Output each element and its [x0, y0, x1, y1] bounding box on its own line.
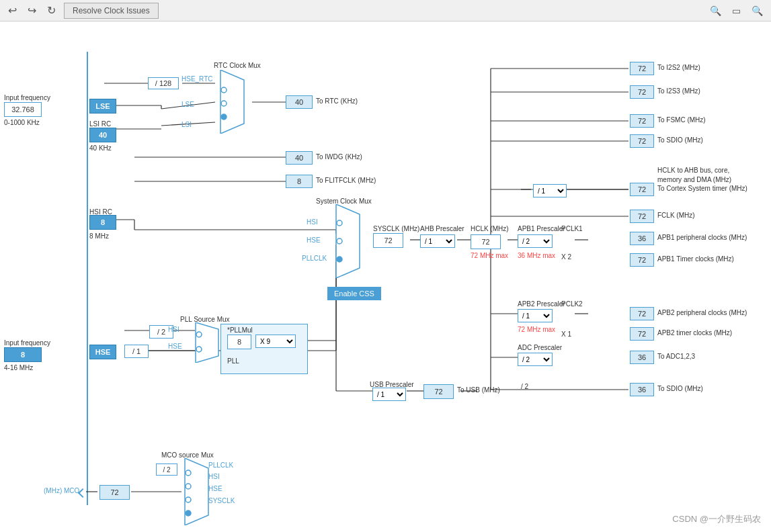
input-freq-top-label: Input frequency	[4, 94, 50, 101]
connector-lines	[0, 21, 771, 532]
input-freq-bot-range: 4-16 MHz	[4, 364, 33, 371]
to-rtc-box: 40	[286, 95, 313, 109]
div2-sdio-label: / 2	[521, 383, 528, 390]
to-sdio-box: 72	[630, 134, 654, 148]
mco-value-box: 72	[99, 485, 130, 500]
resolve-clock-issues-button[interactable]: Resolve Clock Issues	[64, 3, 159, 19]
ahb-prescaler-label: AHB Prescaler	[420, 225, 464, 232]
watermark: CSDN @一介野生码农	[672, 513, 761, 525]
usb-label: To USB (MHz)	[457, 386, 500, 394]
svg-marker-55	[196, 322, 218, 363]
pclk2-label: PCLK2	[561, 300, 583, 308]
apb2-prescaler-label: APB2 Prescaler	[518, 300, 565, 308]
svg-point-54	[337, 257, 342, 262]
apb1-periph-box: 36	[630, 232, 654, 245]
usb-prescaler-select[interactable]: / 1	[372, 388, 406, 401]
undo-button[interactable]: ↩	[5, 1, 19, 19]
sdio-bot-label: To SDIO (MHz)	[657, 385, 703, 392]
hsi-mco-label: HSI	[208, 473, 220, 480]
zoom-out-button[interactable]: 🔍	[749, 3, 766, 19]
apb1-timer-label: APB1 Timer clocks (MHz)	[657, 255, 734, 263]
input-freq-bot-box[interactable]: 8	[4, 347, 42, 362]
ahb-prescaler-select[interactable]: / 1	[420, 234, 455, 248]
pll-label: PLL	[227, 357, 239, 365]
fit-button[interactable]: ▭	[729, 3, 743, 19]
refresh-button[interactable]: ↻	[44, 1, 58, 19]
sysclk-mco-label: SYSCLK	[208, 497, 235, 504]
adc-prescaler-label: ADC Prescaler	[518, 344, 562, 351]
apb1-timer-box: 72	[630, 253, 654, 267]
apb1-max-label: 36 MHz max	[518, 252, 555, 259]
apb1-prescaler-select[interactable]: / 2	[518, 234, 553, 248]
lse-box[interactable]: LSE	[89, 99, 116, 114]
svg-point-52	[337, 220, 342, 226]
lse-mux-label: LSE	[181, 101, 194, 108]
pll-input-value-box: 8	[227, 335, 251, 349]
to-fsmc-label: To FSMC (MHz)	[657, 116, 706, 124]
to-flit-box: 8	[286, 175, 313, 188]
hsi-sys-label: HSI	[307, 218, 318, 226]
to-i2s2-label: To I2S2 (MHz)	[657, 64, 700, 71]
lsi-rc-box[interactable]: 40	[89, 128, 116, 142]
pllclk-mco-label: PLLCLK	[208, 461, 233, 469]
adc-value-box: 36	[630, 351, 654, 364]
sys-clock-mux-shape	[329, 204, 366, 278]
pll-source-mux-label: PLL Source Mux	[180, 316, 230, 323]
input-freq-top-value-box[interactable]: 32.768	[4, 102, 42, 117]
svg-point-49	[221, 101, 227, 106]
sysclk-value-box: 72	[373, 233, 403, 248]
enable-css-button[interactable]: Enable CSS	[327, 287, 381, 300]
hse-box[interactable]: HSE	[89, 345, 116, 359]
to-iwdg-label: To IWDG (KHz)	[316, 153, 362, 161]
rtc-clock-mux-label: RTC Clock Mux	[214, 62, 261, 69]
apb2-max-label: 72 MHz max	[518, 326, 555, 333]
svg-point-60	[186, 484, 191, 489]
cortex-div-select[interactable]: / 1	[533, 184, 567, 197]
sys-clock-mux-label: System Clock Mux	[316, 197, 372, 205]
rtc-mux-shape	[214, 70, 251, 134]
svg-point-53	[337, 238, 342, 244]
fclk-label: FCLK (MHz)	[657, 212, 695, 219]
hse-sys-label: HSE	[307, 236, 321, 244]
pllclk-sys-label: PLLCLK	[302, 255, 327, 262]
hsi-rc-box[interactable]: 8	[89, 215, 116, 230]
apb1-periph-label: APB1 peripheral clocks (MHz)	[657, 234, 747, 241]
hsi-rc-unit: 8 MHz	[89, 232, 109, 240]
apb2-prescaler-select[interactable]: / 1	[518, 309, 553, 322]
input-freq-bot-label: Input frequency	[4, 339, 50, 347]
pll-mul-select[interactable]: X 9	[255, 335, 296, 348]
svg-point-59	[186, 470, 191, 476]
apb2-timer-box: 72	[630, 327, 654, 341]
clock-config-canvas: Input frequency 32.768 0-1000 KHz LSE LS…	[0, 21, 771, 532]
to-flit-label: To FLITFCLK (MHz)	[316, 177, 376, 184]
adc-prescaler-select[interactable]: / 2	[518, 353, 553, 366]
svg-point-56	[196, 332, 202, 337]
x2-label: X 2	[561, 253, 571, 261]
svg-point-62	[186, 511, 191, 516]
mco-source-mux-label: MCO source Mux	[161, 451, 214, 459]
svg-point-48	[221, 87, 227, 93]
apb1-prescaler-label: APB1 Prescaler	[518, 225, 565, 232]
mco-label: (MHz) MCO	[44, 487, 79, 494]
hsi-pll-label: HSI	[168, 326, 179, 333]
lsi-rc-label: LSI RC	[89, 120, 111, 128]
pclk1-label: PCLK1	[561, 225, 583, 232]
apb2-timer-label: APB2 timer clocks (MHz)	[657, 329, 732, 337]
hse-mco-label: HSE	[208, 485, 222, 492]
hclk-ahb-label: HCLK to AHB bus, core, memory and DMA (M…	[657, 166, 738, 185]
zoom-in-button[interactable]: 🔍	[707, 3, 724, 19]
lsi-mux-label: LSI	[181, 121, 192, 128]
x1-label: X 1	[561, 330, 571, 338]
svg-point-57	[196, 347, 202, 352]
redo-button[interactable]: ↪	[25, 1, 39, 19]
to-sdio-label: To SDIO (MHz)	[657, 136, 703, 144]
div128-box: / 128	[148, 77, 179, 89]
pll-source-mux-shape	[190, 322, 224, 363]
svg-point-61	[186, 497, 191, 502]
to-i2s2-box: 72	[630, 62, 654, 75]
svg-point-50	[221, 114, 227, 120]
adc-label: To ADC1,2,3	[657, 353, 695, 360]
hclk-value-box: 72	[471, 234, 501, 249]
apb2-periph-box: 72	[630, 307, 654, 320]
to-fsmc-box: 72	[630, 114, 654, 128]
